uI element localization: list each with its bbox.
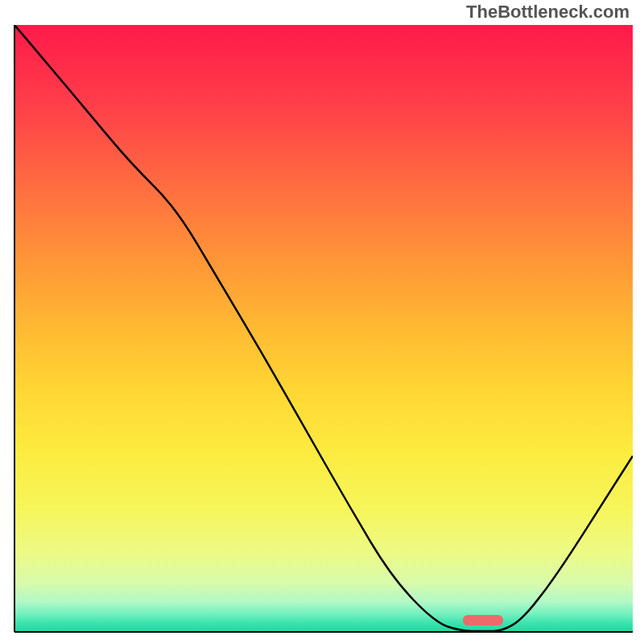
y-axis — [14, 25, 15, 632]
x-axis — [14, 631, 633, 633]
attribution-watermark: TheBottleneck.com — [466, 2, 630, 23]
optimal-range-marker — [463, 615, 503, 625]
bottleneck-curve — [14, 25, 633, 632]
